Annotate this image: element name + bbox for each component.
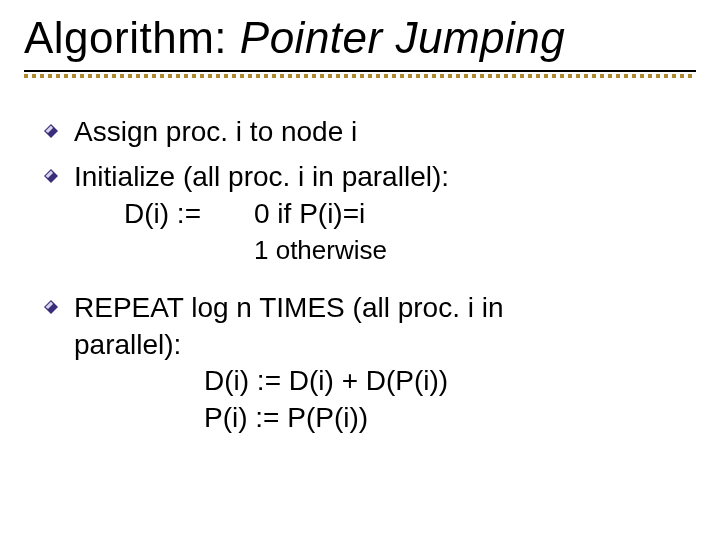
underline-solid bbox=[24, 70, 696, 72]
bullet-text: Assign proc. i to node i bbox=[74, 116, 357, 147]
diamond-bullet-icon bbox=[44, 124, 58, 138]
title-prefix: Algorithm: bbox=[24, 13, 240, 62]
title-emphasis: Pointer Jumping bbox=[240, 13, 565, 62]
repeat-step-d: D(i) := D(i) + D(P(i)) bbox=[74, 363, 696, 400]
repeat-line-1: REPEAT log n TIMES (all proc. i in bbox=[74, 292, 504, 323]
bullet-repeat: REPEAT log n TIMES (all proc. i in paral… bbox=[74, 290, 696, 438]
title-block: Algorithm: Pointer Jumping bbox=[24, 14, 696, 84]
bullet-assign: Assign proc. i to node i bbox=[74, 114, 696, 151]
diamond-bullet-icon bbox=[44, 300, 58, 314]
slide-title: Algorithm: Pointer Jumping bbox=[24, 14, 696, 62]
init-case-one: 1 otherwise bbox=[74, 233, 696, 267]
bullet-text: Initialize (all proc. i in parallel): bbox=[74, 161, 449, 192]
repeat-line-2: parallel): bbox=[74, 329, 181, 360]
init-lhs: D(i) := bbox=[124, 196, 254, 233]
title-underline bbox=[24, 70, 696, 78]
diamond-bullet-icon bbox=[44, 169, 58, 183]
bullet-initialize: Initialize (all proc. i in parallel): D(… bbox=[74, 159, 696, 267]
init-definition: D(i) := 0 if P(i)=i bbox=[74, 196, 696, 233]
slide: Algorithm: Pointer Jumping Assign proc. … bbox=[0, 0, 720, 540]
underline-dashed bbox=[24, 74, 696, 78]
init-case-zero: 0 if P(i)=i bbox=[254, 196, 696, 233]
repeat-step-p: P(i) := P(P(i)) bbox=[74, 400, 696, 437]
body: Assign proc. i to node i Initialize (all… bbox=[24, 114, 696, 437]
